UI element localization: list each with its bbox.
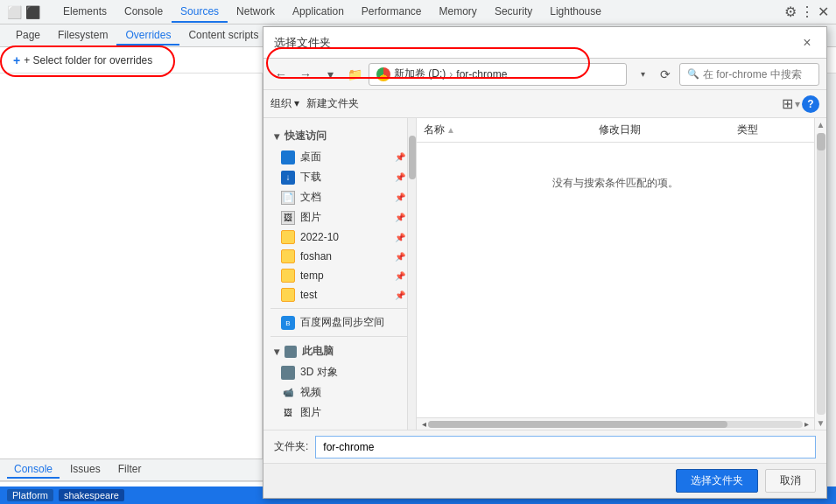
left-scroll-thumb [409, 136, 416, 179]
subtab-overrides[interactable]: Overrides [116, 26, 179, 46]
console-tab-bar: Console Issues Filter [0, 458, 263, 481]
pic2-icon: 🖼 [281, 406, 295, 420]
dialog-action-toolbar: 组织 ▾ 新建文件夹 ⊞ ▾ ? [263, 90, 826, 118]
right-scrollbar[interactable]: ▲ ▼ [814, 118, 826, 430]
pic-label: 图片 [300, 210, 321, 225]
pin-icon-foshan: 📌 [395, 252, 405, 262]
pin-icon-temp: 📌 [395, 271, 405, 281]
search-box[interactable]: 🔍 [679, 63, 819, 86]
help-button[interactable]: ? [802, 95, 819, 113]
subtab-content-scripts[interactable]: Content scripts [179, 26, 267, 46]
folder-2022-label: 2022-10 [300, 231, 339, 243]
console-tab-filter[interactable]: Filter [111, 461, 149, 479]
sort-icon-name: ▲ [446, 125, 455, 135]
dropdown-nav-button[interactable]: ▾ [320, 64, 341, 85]
cancel-button[interactable]: 取消 [765, 469, 816, 493]
test-label: test [300, 289, 317, 301]
dialog-toolbar: ← → ▾ 📁 新加卷 (D:) › for-chrome ▾ ⟳ 🔍 [263, 59, 826, 90]
scroll-left-arrow[interactable]: ◂ [420, 419, 428, 429]
new-folder-button[interactable]: 新建文件夹 [306, 96, 359, 111]
pc-icon [285, 346, 297, 358]
pic-icon: 🖼 [281, 211, 295, 225]
divider-2 [270, 336, 409, 337]
subtab-filesystem[interactable]: Filesystem [49, 26, 116, 46]
panel-icon-1[interactable]: ⬜ [7, 5, 22, 19]
column-headers: 名称 ▲ 修改日期 类型 [417, 118, 814, 143]
scroll-right-arrow[interactable]: ▸ [803, 419, 811, 429]
scroll-down-arrow[interactable]: ▼ [815, 416, 826, 430]
pin-icon-pic: 📌 [395, 213, 405, 222]
nav-item-foshan[interactable]: foshan 📌 [263, 247, 416, 266]
pin-icon-test: 📌 [395, 290, 405, 300]
search-input[interactable] [703, 68, 811, 80]
nav-item-desktop[interactable]: 桌面 📌 [263, 147, 416, 167]
file-dialog: 选择文件夹 × ← → ▾ 📁 新加卷 (D:) › for-chrome ▾ … [263, 26, 827, 499]
drive-crumb: 新加卷 (D:) [394, 66, 446, 81]
scroll-up-arrow[interactable]: ▲ [815, 118, 826, 131]
folder-nav-icon[interactable]: 📁 [344, 64, 365, 85]
folder-2022-icon [281, 230, 295, 244]
devtools-main-panel [0, 74, 263, 458]
settings-icon[interactable]: ⚙ [784, 4, 797, 20]
scroll-track[interactable] [428, 421, 803, 428]
tab-security[interactable]: Security [486, 2, 541, 23]
tab-network[interactable]: Network [228, 2, 284, 23]
tab-elements[interactable]: Elements [54, 2, 116, 23]
pin-icon-doc: 📌 [395, 192, 405, 202]
back-button[interactable]: ← [270, 64, 292, 85]
nav-item-temp[interactable]: temp 📌 [263, 266, 416, 285]
nav-item-video[interactable]: 📹 视频 [263, 382, 416, 402]
pin-icon-desktop: 📌 [395, 152, 405, 162]
console-tab-console[interactable]: Console [7, 461, 60, 479]
this-pc-header: ▾ 此电脑 [263, 340, 416, 362]
dialog-content: ▾ 快速访问 桌面 📌 ↓ 下载 📌 📄 文档 📌 [263, 118, 826, 430]
left-scrollbar[interactable] [407, 118, 416, 430]
select-folder-button[interactable]: + + Select folder for overrides [7, 51, 158, 70]
filename-input[interactable] [315, 436, 816, 458]
forward-button[interactable]: → [295, 64, 316, 85]
path-separator: › [449, 68, 453, 80]
divider-1 [270, 308, 409, 309]
col-header-type: 类型 [737, 122, 807, 137]
nav-item-test[interactable]: test 📌 [263, 285, 416, 304]
tab-console[interactable]: Console [116, 2, 172, 23]
horizontal-scrollbar[interactable]: ◂ ▸ [417, 417, 814, 430]
nav-item-pic[interactable]: 🖼 图片 📌 [263, 207, 416, 228]
tab-performance[interactable]: Performance [353, 2, 431, 23]
pic2-label: 图片 [300, 405, 321, 420]
devtools-tab-bar: ⬜ ⬛ Elements Console Sources Network App… [0, 0, 836, 24]
subtab-page[interactable]: Page [7, 26, 49, 46]
pc-expand-icon: ▾ [274, 346, 279, 358]
col-header-date: 修改日期 [599, 122, 730, 137]
refresh-button[interactable]: ⟳ [655, 64, 676, 85]
tab-lighthouse[interactable]: Lighthouse [541, 2, 610, 23]
desktop-icon [281, 150, 295, 164]
shakespeare-badge: shakespeare [59, 489, 124, 501]
temp-label: temp [300, 270, 324, 282]
nav-item-doc[interactable]: 📄 文档 📌 [263, 187, 416, 207]
quick-access-label: 快速访问 [285, 129, 327, 144]
nav-item-baidu[interactable]: B 百度网盘同步空间 [263, 312, 416, 332]
tab-memory[interactable]: Memory [431, 2, 486, 23]
address-bar[interactable]: 新加卷 (D:) › for-chrome [369, 63, 627, 86]
address-dropdown-button[interactable]: ▾ [634, 66, 651, 83]
console-tab-issues[interactable]: Issues [63, 461, 108, 479]
panel-icon-2[interactable]: ⬛ [25, 5, 40, 19]
doc-icon: 📄 [281, 191, 295, 205]
nav-item-3d[interactable]: 3D 对象 [263, 362, 416, 382]
desktop-label: 桌面 [300, 150, 321, 164]
organize-button[interactable]: 组织 ▾ [270, 96, 299, 111]
nav-item-2022-10[interactable]: 2022-10 📌 [263, 228, 416, 247]
select-folder-confirm-button[interactable]: 选择文件夹 [676, 469, 758, 493]
view-toggle-button[interactable]: ⊞ [782, 95, 793, 112]
view-more-icon[interactable]: ▾ [795, 98, 800, 110]
tab-sources[interactable]: Sources [172, 2, 228, 23]
nav-item-pic2[interactable]: 🖼 图片 [263, 402, 416, 423]
close-devtools-icon[interactable]: ✕ [818, 4, 829, 20]
more-icon[interactable]: ⋮ [800, 4, 814, 20]
right-scroll-track[interactable] [817, 133, 825, 415]
tab-application[interactable]: Application [284, 2, 353, 23]
nav-item-download[interactable]: ↓ 下载 📌 [263, 167, 416, 187]
dialog-close-button[interactable]: × [798, 35, 816, 51]
3d-label: 3D 对象 [300, 365, 338, 380]
